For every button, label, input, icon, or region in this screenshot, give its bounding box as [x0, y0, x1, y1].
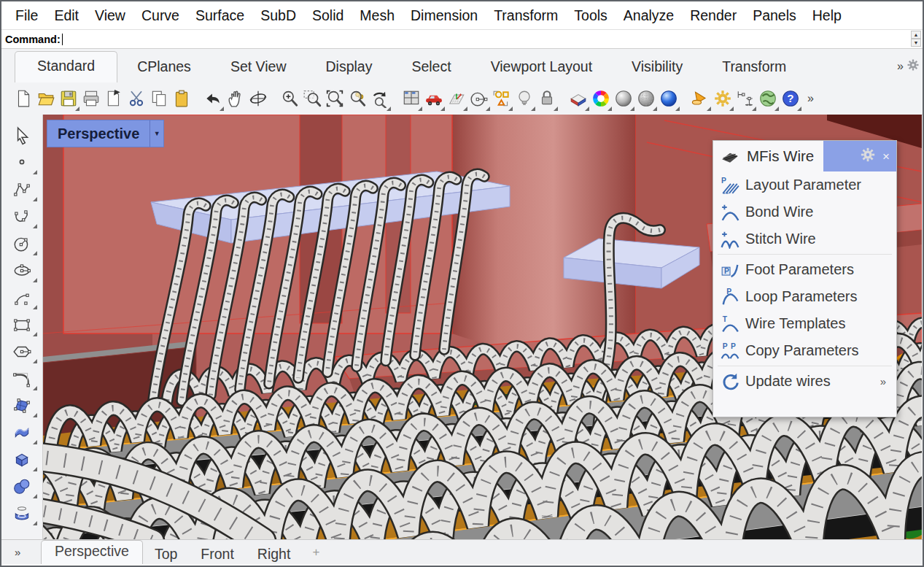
mfis-header-controls[interactable]: ×: [823, 141, 896, 171]
cut-page-icon[interactable]: [102, 85, 125, 112]
dimension-tool-icon[interactable]: [734, 85, 756, 112]
flyout-triangle-icon[interactable]: [33, 494, 37, 498]
shaded-sphere-icon[interactable]: [612, 85, 634, 112]
menu-render[interactable]: Render: [682, 7, 745, 24]
lamp-icon[interactable]: [513, 85, 535, 112]
color-wheel-icon[interactable]: [589, 85, 612, 112]
circle-icon[interactable]: [7, 230, 37, 257]
menu-tools[interactable]: Tools: [566, 7, 616, 24]
control-point-curve-icon[interactable]: [7, 176, 37, 203]
cake-icon[interactable]: [567, 85, 589, 112]
toolbar-tab-viewport-layout[interactable]: Viewport Layout: [471, 53, 612, 82]
menu-view[interactable]: View: [87, 7, 133, 24]
pan-hand-icon[interactable]: [224, 85, 246, 112]
toolbar-tab-visibility[interactable]: Visibility: [612, 53, 702, 82]
zoom-window-icon[interactable]: [300, 85, 323, 112]
viewport-tab-top[interactable]: Top: [143, 544, 189, 564]
flyout-triangle-icon[interactable]: [675, 107, 680, 111]
flyout-triangle-icon[interactable]: [33, 305, 37, 309]
command-bar[interactable]: Command: ▲ ▼: [1, 30, 923, 49]
mfis-item-overflow-chevron-icon[interactable]: »: [880, 375, 886, 387]
named-view-car-icon[interactable]: [422, 85, 445, 112]
mfis-item-copy-parameters[interactable]: PPCopy Parameters: [713, 337, 896, 364]
toolbar-tab-standard[interactable]: Standard: [15, 51, 117, 82]
gear-settings-icon[interactable]: [711, 85, 734, 112]
cplane-icon[interactable]: [445, 85, 467, 112]
toolbar-tab-controls[interactable]: »: [897, 58, 920, 74]
polygon-icon[interactable]: [7, 338, 37, 365]
flyout-triangle-icon[interactable]: [33, 332, 37, 336]
mfis-item-foot-parameters[interactable]: PFoot Parameters: [713, 256, 896, 283]
menu-surface[interactable]: Surface: [187, 7, 252, 24]
flyout-triangle-icon[interactable]: [33, 359, 37, 363]
toolbar-tab-transform[interactable]: Transform: [702, 53, 806, 82]
new-file-icon[interactable]: [12, 85, 34, 112]
copy-icon[interactable]: [147, 85, 170, 112]
flyout-triangle-icon[interactable]: [33, 197, 37, 201]
panel-gear-icon[interactable]: [860, 147, 876, 166]
earth-globe-icon[interactable]: [756, 85, 779, 112]
selection-filter-icon[interactable]: [490, 85, 513, 112]
mfis-panel-header[interactable]: MFis Wire ×: [713, 141, 896, 171]
toolbar-tab-cplanes[interactable]: CPlanes: [117, 53, 211, 82]
circle-tool-icon[interactable]: [467, 85, 490, 112]
flyout-triangle-icon[interactable]: [33, 467, 37, 471]
mfis-item-stitch-wire[interactable]: Stitch Wire: [713, 225, 896, 252]
curve-icon[interactable]: [7, 203, 37, 230]
menu-subd[interactable]: SubD: [252, 7, 304, 24]
viewport-layout-icon[interactable]: [400, 85, 422, 112]
mfis-item-bond-wire[interactable]: Bond Wire: [713, 198, 896, 225]
spotlight-icon[interactable]: [688, 85, 711, 112]
undo-icon[interactable]: [201, 85, 224, 112]
box-icon[interactable]: [7, 446, 37, 473]
mfis-item-wire-templates[interactable]: TWire Templates: [713, 310, 896, 337]
menu-transform[interactable]: Transform: [486, 7, 566, 24]
revolve-icon[interactable]: [7, 500, 37, 527]
panel-close-icon[interactable]: ×: [882, 150, 890, 163]
menu-solid[interactable]: Solid: [304, 7, 352, 24]
add-viewport-tab-button[interactable]: +: [312, 545, 319, 560]
viewport-tab-perspective[interactable]: Perspective: [41, 540, 143, 564]
flyout-triangle-icon[interactable]: [33, 386, 37, 390]
sphere-icon[interactable]: [7, 473, 37, 500]
toolbar-tab-set-view[interactable]: Set View: [211, 53, 306, 82]
rectangle-icon[interactable]: [7, 311, 37, 338]
flyout-triangle-icon[interactable]: [33, 521, 37, 525]
print-icon[interactable]: [79, 85, 102, 112]
menu-dimension[interactable]: Dimension: [403, 7, 486, 24]
rendered-sphere-icon[interactable]: [657, 85, 680, 112]
flyout-triangle-icon[interactable]: [33, 251, 37, 255]
menu-mesh[interactable]: Mesh: [352, 7, 403, 24]
menu-help[interactable]: Help: [804, 7, 850, 24]
toolbar-tab-display[interactable]: Display: [306, 53, 392, 82]
flyout-triangle-icon[interactable]: [33, 278, 37, 282]
viewport-title-chip[interactable]: Perspective ▼: [47, 120, 163, 147]
menu-edit[interactable]: Edit: [46, 7, 87, 24]
flyout-triangle-icon[interactable]: [33, 170, 37, 174]
spinner-up-icon[interactable]: ▲: [911, 31, 921, 39]
surface-corner-icon[interactable]: [7, 392, 37, 419]
menu-curve[interactable]: Curve: [133, 7, 187, 24]
scissors-cut-icon[interactable]: [125, 85, 147, 112]
paste-icon[interactable]: [170, 85, 193, 112]
save-file-icon[interactable]: [57, 85, 79, 112]
zoom-dynamic-icon[interactable]: [278, 85, 300, 112]
point-icon[interactable]: [7, 149, 37, 176]
surface-curved-icon[interactable]: [7, 419, 37, 446]
select-arrow-icon[interactable]: [7, 122, 37, 149]
undo-view-icon[interactable]: [368, 85, 391, 112]
viewport-tab-front[interactable]: Front: [189, 544, 246, 564]
zoom-extents-icon[interactable]: [323, 85, 346, 112]
mfis-item-update-wires[interactable]: Update wires»: [713, 368, 896, 395]
menu-file[interactable]: File: [7, 7, 46, 24]
flyout-triangle-icon[interactable]: [387, 107, 391, 111]
viewport-title[interactable]: Perspective: [47, 120, 150, 147]
toolbar-tab-select[interactable]: Select: [392, 53, 470, 82]
mfis-item-layout-parameter[interactable]: PLayout Parameter: [713, 171, 896, 198]
sidebar-overflow-chevron-icon[interactable]: »: [15, 546, 41, 558]
viewport-title-dropdown-icon[interactable]: ▼: [150, 120, 163, 147]
tab-overflow-chevron-icon[interactable]: »: [897, 60, 904, 73]
rotate-view-icon[interactable]: [246, 85, 269, 112]
help-icon[interactable]: ?: [779, 85, 801, 112]
lock-icon[interactable]: [535, 85, 558, 112]
